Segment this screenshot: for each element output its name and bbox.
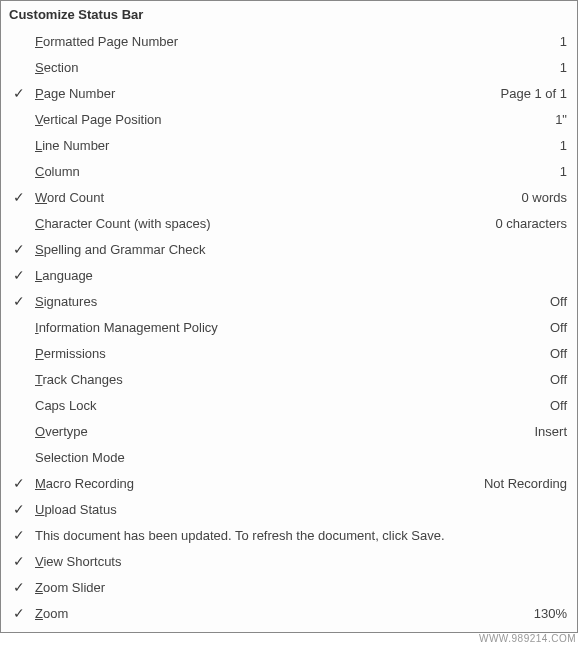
menu-item-label: Character Count (with spaces) (31, 216, 487, 231)
menu-item-label: Spelling and Grammar Check (31, 242, 559, 257)
menu-item-value: 1 (552, 138, 567, 153)
menu-item-value: 1" (547, 112, 567, 127)
menu-item-label: Vertical Page Position (31, 112, 547, 127)
menu-item[interactable]: Information Management PolicyOff (7, 314, 571, 340)
menu-item[interactable]: Formatted Page Number1 (7, 28, 571, 54)
menu-item[interactable]: ✓Zoom Slider (7, 574, 571, 600)
menu-item-label: Section (31, 60, 552, 75)
customize-status-bar-menu: Customize Status Bar Formatted Page Numb… (0, 0, 578, 633)
menu-item[interactable]: Column1 (7, 158, 571, 184)
menu-item-value: Off (542, 346, 567, 361)
menu-item[interactable]: Caps LockOff (7, 392, 571, 418)
menu-item[interactable]: ✓View Shortcuts (7, 548, 571, 574)
menu-item-label: Permissions (31, 346, 542, 361)
menu-item[interactable]: Character Count (with spaces)0 character… (7, 210, 571, 236)
menu-item-label: Word Count (31, 190, 513, 205)
menu-item-value: Insert (526, 424, 567, 439)
menu-item[interactable]: ✓This document has been updated. To refr… (7, 522, 571, 548)
menu-item-label: Information Management Policy (31, 320, 542, 335)
menu-item-label: Zoom Slider (31, 580, 559, 595)
menu-item-label: Column (31, 164, 552, 179)
checkmark-icon: ✓ (7, 294, 31, 308)
menu-item-value: Not Recording (476, 476, 567, 491)
menu-item-value: 1 (552, 34, 567, 49)
menu-item-label: This document has been updated. To refre… (31, 528, 559, 543)
menu-item[interactable]: ✓Macro RecordingNot Recording (7, 470, 571, 496)
menu-item-label: Overtype (31, 424, 526, 439)
menu-item-value: 0 words (513, 190, 567, 205)
checkmark-icon: ✓ (7, 554, 31, 568)
menu-item-value: 130% (526, 606, 567, 621)
menu-item[interactable]: ✓Language (7, 262, 571, 288)
menu-item[interactable]: ✓Word Count0 words (7, 184, 571, 210)
menu-item[interactable]: ✓SignaturesOff (7, 288, 571, 314)
checkmark-icon: ✓ (7, 268, 31, 282)
menu-item-label: Track Changes (31, 372, 542, 387)
menu-item-value: 1 (552, 60, 567, 75)
menu-item-value: Page 1 of 1 (493, 86, 568, 101)
menu-item-label: Zoom (31, 606, 526, 621)
menu-item-value: Off (542, 320, 567, 335)
menu-item[interactable]: ✓Upload Status (7, 496, 571, 522)
menu-item-label: Formatted Page Number (31, 34, 552, 49)
menu-item-label: Selection Mode (31, 450, 559, 465)
checkmark-icon: ✓ (7, 190, 31, 204)
menu-item[interactable]: ✓Zoom130% (7, 600, 571, 626)
checkmark-icon: ✓ (7, 606, 31, 620)
menu-item-value: 0 characters (487, 216, 567, 231)
menu-item[interactable]: ✓Page NumberPage 1 of 1 (7, 80, 571, 106)
menu-item[interactable]: ✓Spelling and Grammar Check (7, 236, 571, 262)
menu-item-value: Off (542, 372, 567, 387)
menu-item-label: Upload Status (31, 502, 559, 517)
checkmark-icon: ✓ (7, 242, 31, 256)
menu-item-label: Language (31, 268, 559, 283)
menu-item[interactable]: OvertypeInsert (7, 418, 571, 444)
menu-item-value: 1 (552, 164, 567, 179)
checkmark-icon: ✓ (7, 580, 31, 594)
menu-item[interactable]: Selection Mode (7, 444, 571, 470)
menu-item-label: Macro Recording (31, 476, 476, 491)
watermark: WWW.989214.COM (0, 633, 580, 644)
menu-item-label: Page Number (31, 86, 493, 101)
menu-item[interactable]: Vertical Page Position1" (7, 106, 571, 132)
menu-item-value: Off (542, 398, 567, 413)
checkmark-icon: ✓ (7, 86, 31, 100)
menu-item-value: Off (542, 294, 567, 309)
checkmark-icon: ✓ (7, 528, 31, 542)
menu-items: Formatted Page Number1Section1✓Page Numb… (7, 28, 571, 626)
menu-item-label: Caps Lock (31, 398, 542, 413)
checkmark-icon: ✓ (7, 476, 31, 490)
menu-item[interactable]: PermissionsOff (7, 340, 571, 366)
menu-title: Customize Status Bar (7, 5, 571, 28)
checkmark-icon: ✓ (7, 502, 31, 516)
menu-item[interactable]: Section1 (7, 54, 571, 80)
menu-item-label: Line Number (31, 138, 552, 153)
menu-item-label: Signatures (31, 294, 542, 309)
menu-item[interactable]: Line Number1 (7, 132, 571, 158)
menu-item-label: View Shortcuts (31, 554, 559, 569)
menu-item[interactable]: Track ChangesOff (7, 366, 571, 392)
